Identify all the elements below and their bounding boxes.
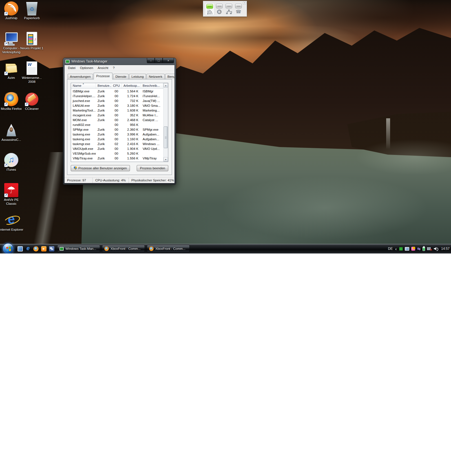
radio-device-icon: [236, 10, 241, 14]
tab-prozesse[interactable]: Prozesse: [94, 73, 113, 79]
show-desktop-icon[interactable]: [17, 246, 23, 252]
maximize-button[interactable]: □: [155, 58, 163, 63]
menu-ansicht[interactable]: Ansicht: [96, 66, 111, 70]
toggle-button[interactable]: [226, 4, 232, 8]
process-cpu: 00: [111, 90, 122, 93]
process-row[interactable]: taskeng.exe Zurik 00 3.996 K Aufgaben...: [71, 132, 163, 137]
process-row[interactable]: iTunesHelper.... Zurik 00 1.724 K iTunes…: [71, 94, 163, 98]
process-row[interactable]: VMpTtray.exe Zurik 00 1.556 K VMpTtray: [71, 156, 163, 161]
scrollbar-thumb[interactable]: [164, 126, 168, 148]
minimize-button[interactable]: –: [147, 58, 155, 63]
scrollbar-track[interactable]: [163, 88, 168, 157]
desktop-icon-wintersemester[interactable]: Winterseme... 2008: [20, 61, 44, 84]
process-memory: 1.608 K: [122, 109, 141, 112]
process-cpu: 00: [111, 109, 122, 112]
display-settings-icon[interactable]: [405, 247, 409, 251]
start-button[interactable]: [3, 243, 14, 253]
column-header-benutzer[interactable]: Benutze...: [96, 83, 111, 88]
taskbar-button-taskmanager[interactable]: Windows Task-Man...: [57, 245, 100, 252]
show-all-processes-button[interactable]: Prozesse aller Benutzer anzeigen: [71, 165, 130, 171]
menu-optionen[interactable]: Optionen: [78, 66, 96, 70]
process-description: McAfee I...: [141, 114, 163, 117]
process-row[interactable]: VAIOUpdt.exe Zurik 00 1.904 K VAIO Upd..…: [71, 146, 163, 151]
column-header-arbeitsspeicher[interactable]: Arbeitssp...: [122, 83, 141, 88]
tab-benutzer[interactable]: Benutzer: [165, 74, 175, 79]
battery-icon[interactable]: [423, 247, 425, 251]
toggle-button[interactable]: [206, 4, 213, 9]
process-row[interactable]: MOM.exe Zurik 00 2.468 K Catalyst ...: [71, 117, 163, 122]
desktop-icon-antivir[interactable]: AntiVir PE Classic: [0, 183, 23, 206]
firefox-icon[interactable]: [33, 246, 39, 252]
menu-datei[interactable]: Datei: [66, 66, 78, 70]
end-process-button[interactable]: Prozess beenden: [137, 165, 168, 171]
column-header-beschreibung[interactable]: Beschreib...: [141, 83, 163, 88]
desktop-icon-label: AssassinsC...: [1, 138, 21, 142]
process-row[interactable]: VESMgrSub.exe 00 5.260 K: [71, 151, 163, 156]
menu-hilfe[interactable]: ?: [110, 66, 117, 70]
process-row[interactable]: LANUtil.exe Zurik 00 3.180 K VAIO Sma...: [71, 103, 163, 108]
scroll-down-icon[interactable]: ▼: [163, 157, 168, 162]
volume-icon[interactable]: [434, 247, 438, 251]
desktop-icon-label: Neues Projekt 1: [20, 46, 43, 50]
process-memory: 3.996 K: [122, 133, 141, 136]
process-name: LANUtil.exe: [71, 104, 96, 107]
tab-leistung[interactable]: Leistung: [129, 74, 146, 79]
system-tray: DE ‹ 14:57: [388, 244, 450, 253]
network-activity-icon[interactable]: [399, 247, 403, 251]
tab-netzwerk[interactable]: Netzwerk: [147, 74, 165, 79]
status-bar: Prozesse: 97 CPU-Auslastung: 4% Physikal…: [65, 177, 174, 183]
desktop-icon-itunes[interactable]: iTunes: [0, 153, 23, 172]
process-cpu: 00: [111, 99, 122, 103]
process-name: mcagent.exe: [71, 114, 96, 117]
window-switcher-icon[interactable]: [49, 246, 54, 252]
process-row[interactable]: MarketingTool... Zurik 00 1.608 K Market…: [71, 108, 163, 113]
taskbar-button-icon: [149, 246, 154, 251]
clock[interactable]: 14:57: [441, 247, 450, 251]
process-description: Windows ...: [141, 142, 163, 146]
desktop-icon-neues-projekt[interactable]: Neues Projekt 1: [20, 32, 44, 50]
toggle-button[interactable]: [235, 4, 242, 8]
desktop-icon-papierkorb[interactable]: Papierkorb: [20, 1, 44, 20]
desktop-icon-internet-explorer[interactable]: Internet Explorer: [0, 213, 23, 232]
network-disconnected-icon[interactable]: [427, 247, 432, 251]
desktop-icon-ccleaner[interactable]: CCleaner: [20, 92, 44, 111]
process-cpu: 00: [111, 133, 122, 136]
process-user: Zurik: [96, 90, 111, 93]
process-description: VAIO Sma...: [141, 104, 163, 107]
column-header-cpu[interactable]: CPU: [111, 83, 122, 88]
app-icon: [25, 1, 39, 15]
process-memory: 1.904 K: [122, 147, 141, 150]
taskbar-button-xboxfront-1[interactable]: XboxFront - Comm...: [102, 245, 145, 252]
messenger-alert-icon[interactable]: [411, 247, 415, 251]
collapse-chevron-icon[interactable]: ‹: [395, 246, 397, 251]
desktop-icon-label: Winterseme... 2008: [20, 76, 44, 84]
media-player-icon[interactable]: [41, 246, 47, 252]
column-header-name[interactable]: Name: [71, 83, 96, 88]
scroll-up-icon[interactable]: ▲: [163, 83, 168, 88]
widget-close-icon[interactable]: ✕: [243, 1, 246, 5]
close-button[interactable]: ×: [163, 58, 174, 63]
process-row[interactable]: taskmgr.exe Zurik 02 2.416 K Windows ...: [71, 141, 163, 146]
status-cpu: CPU-Auslastung: 4%: [93, 178, 129, 183]
sync-arrows-icon[interactable]: [417, 246, 421, 251]
taskbar-button-label: Windows Task-Man...: [65, 247, 96, 250]
process-row[interactable]: taskeng.exe Zurik 00 1.160 K Aufgaben...: [71, 137, 163, 141]
processes-tab-page: Name Benutze... CPU Arbeitssp... Beschre…: [67, 79, 172, 175]
process-name: SPMgr.exe: [71, 128, 96, 131]
desktop[interactable]: JustVoip Papierkorb Computer - Ver: [0, 0, 451, 253]
desktop-icon-assassins-creed[interactable]: AssassinsC...: [0, 123, 23, 142]
process-row[interactable]: rundll32.exe 00 956 K: [71, 122, 163, 127]
taskbar-button-xboxfront-2[interactable]: XboxFront - Comm...: [147, 245, 190, 252]
vertical-scrollbar[interactable]: ▲ ▼: [163, 83, 168, 162]
language-indicator[interactable]: DE: [388, 247, 393, 251]
process-row[interactable]: ISBMgr.exe Zurik 00 1.564 K ISBMgr: [71, 89, 163, 94]
process-row[interactable]: SPMgr.exe Zurik 00 2.360 K SPMgr.exe: [71, 127, 163, 132]
toggle-button[interactable]: [216, 4, 223, 8]
titlebar[interactable]: Windows Task-Manager – □ ×: [63, 58, 176, 65]
process-row[interactable]: jusched.exe Zurik 00 732 K Java(TM) ...: [71, 98, 163, 103]
tab-dienste[interactable]: Dienste: [113, 74, 129, 79]
internet-explorer-icon[interactable]: [25, 246, 31, 252]
tab-anwendungen[interactable]: Anwendungen: [68, 74, 93, 79]
process-row[interactable]: mcagent.exe Zurik 00 352 K McAfee I...: [71, 113, 163, 117]
shortcut-arrow-icon: [4, 72, 8, 75]
